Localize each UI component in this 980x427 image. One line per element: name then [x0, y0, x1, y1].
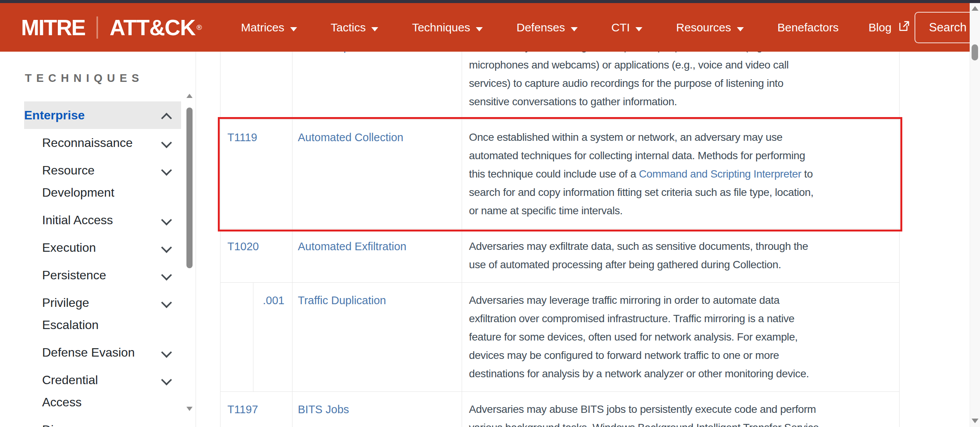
sidebar-item-persistence[interactable]: Persistence — [24, 261, 181, 289]
description-line: search for and copy information fitting … — [469, 183, 892, 202]
chevron-down-icon[interactable] — [161, 424, 172, 427]
technique-name-cell: Automated Exfiltration — [292, 229, 462, 283]
technique-id-link[interactable]: T1020 — [227, 240, 259, 253]
chevron-down-icon[interactable] — [161, 375, 172, 385]
registered-trademark-symbol: ® — [196, 23, 202, 32]
sidebar-item-execution[interactable]: Execution — [24, 234, 181, 261]
sidebar-item-defense-evasion[interactable]: Defense Evasion — [24, 339, 181, 366]
chevron-down-icon[interactable] — [161, 137, 172, 148]
description-line: destinations for analysis by a network a… — [469, 365, 892, 383]
sidebar-scrollbar[interactable] — [186, 94, 193, 416]
technique-id-cell: .001 — [253, 283, 292, 392]
sidebar-item-label: Persistence — [24, 264, 140, 286]
techniques-table: T1123Audio CaptureAn adversary can lever… — [220, 52, 900, 427]
sidebar-item-discovery[interactable]: Discovery — [24, 416, 181, 427]
table-row: T1123Audio CaptureAn adversary can lever… — [220, 52, 900, 120]
scrollbar-thumb[interactable] — [186, 108, 193, 268]
scroll-down-arrow-icon[interactable] — [972, 419, 978, 423]
technique-description: Adversaries may leverage traffic mirrori… — [462, 283, 900, 392]
description-line: use of automated processing after being … — [469, 256, 892, 274]
description-line: devices may be configured to forward net… — [469, 346, 892, 365]
technique-id-link[interactable]: T1123 — [227, 52, 258, 53]
nav-item-cti[interactable]: CTI — [595, 21, 659, 34]
scroll-up-arrow-icon[interactable] — [186, 94, 193, 98]
techniques-table-area: T1123Audio CaptureAn adversary can lever… — [196, 52, 970, 427]
nav-menu: MatricesTacticsTechniquesDefensesCTIReso… — [224, 21, 855, 34]
technique-id-cell: T1123 — [220, 52, 292, 120]
technique-id-link[interactable]: T1119 — [227, 131, 257, 143]
table-row-highlighted: T1119Automated CollectionOnce establishe… — [220, 120, 900, 229]
dropdown-caret-icon — [290, 27, 297, 31]
sidebar-item-resource-development[interactable]: Resource Development — [24, 156, 181, 206]
technique-name-cell: Automated Collection — [292, 120, 462, 229]
dropdown-caret-icon — [476, 27, 483, 31]
chevron-down-icon[interactable] — [161, 270, 172, 280]
nav-item-resources[interactable]: Resources — [659, 21, 760, 34]
nav-item-label: CTI — [611, 21, 630, 34]
subtechnique-indent-cell — [220, 283, 253, 392]
technique-id-cell: T1119 — [220, 120, 292, 229]
chevron-down-icon[interactable] — [161, 215, 172, 225]
site-logo[interactable]: MITRE ATT&CK ® — [21, 15, 202, 40]
dropdown-caret-icon — [635, 27, 642, 31]
scroll-up-arrow-icon[interactable] — [972, 6, 978, 11]
dropdown-caret-icon — [737, 27, 744, 31]
description-line: microphones and webcams) or applications… — [469, 56, 892, 74]
logo-divider — [96, 16, 98, 39]
table-row: T1020Automated ExfiltrationAdversaries m… — [220, 229, 900, 283]
mitre-logo-text: MITRE — [21, 15, 85, 40]
description-line: Adversaries may exfiltrate data, such as… — [469, 237, 892, 256]
technique-name-link[interactable]: BITS Jobs — [298, 403, 349, 416]
inline-technique-link[interactable]: Command and Scripting Interpreter — [639, 168, 801, 180]
page-scrollbar[interactable] — [970, 3, 980, 427]
technique-name-link[interactable]: Audio Capture — [298, 52, 369, 53]
sidebar-item-enterprise[interactable]: Enterprise — [24, 101, 181, 129]
main-navbar: MITRE ATT&CK ® MatricesTacticsTechniques… — [0, 3, 970, 52]
description-line: feature for some devices, often used for… — [469, 328, 892, 346]
nav-item-label: Benefactors — [777, 21, 839, 34]
nav-item-benefactors[interactable]: Benefactors — [761, 21, 856, 34]
scrollbar-thumb[interactable] — [972, 44, 978, 60]
blog-label: Blog — [869, 21, 892, 34]
technique-name-cell: BITS Jobs — [292, 392, 462, 427]
nav-item-label: Techniques — [412, 21, 470, 34]
nav-item-label: Resources — [676, 21, 731, 34]
technique-name-link[interactable]: Automated Exfiltration — [298, 240, 407, 253]
sidebar-item-label: Resource Development — [24, 159, 140, 204]
description-line: An adversary can leverage a computer's p… — [469, 52, 892, 56]
technique-id-link[interactable]: .001 — [263, 294, 284, 306]
chevron-down-icon[interactable] — [161, 165, 172, 176]
techniques-sidebar: TECHNIQUES EnterpriseReconnaissanceResou… — [0, 52, 196, 427]
technique-id-link[interactable]: T1197 — [227, 403, 258, 416]
description-line: this technique could include use of a Co… — [469, 165, 892, 183]
sidebar-item-label: Discovery — [24, 419, 140, 427]
sidebar-item-reconnaissance[interactable]: Reconnaissance — [24, 129, 181, 156]
technique-id-cell: T1197 — [220, 392, 292, 427]
description-line: services) to capture audio recordings fo… — [469, 74, 892, 93]
nav-item-tactics[interactable]: Tactics — [314, 21, 395, 34]
sidebar-item-credential-access[interactable]: Credential Access — [24, 366, 181, 416]
sidebar-item-privilege-escalation[interactable]: Privilege Escalation — [24, 289, 181, 339]
description-line: various background tasks. Windows Backgr… — [469, 419, 892, 427]
sidebar-item-initial-access[interactable]: Initial Access — [24, 206, 181, 234]
description-line: Once established within a system or netw… — [469, 128, 892, 147]
chevron-down-icon[interactable] — [161, 242, 172, 253]
description-line: automated techniques for collecting inte… — [469, 147, 892, 165]
dropdown-caret-icon — [371, 27, 378, 31]
nav-item-defenses[interactable]: Defenses — [500, 21, 595, 34]
chevron-up-icon[interactable] — [161, 113, 172, 124]
external-link-icon — [898, 20, 911, 35]
sidebar-item-label: Reconnaissance — [24, 132, 140, 154]
technique-name-link[interactable]: Traffic Duplication — [298, 294, 386, 306]
technique-name-link[interactable]: Automated Collection — [298, 131, 403, 143]
description-line: exfiltration over compromised infrastruc… — [469, 310, 892, 328]
nav-item-matrices[interactable]: Matrices — [224, 21, 314, 34]
scroll-down-arrow-icon[interactable] — [186, 407, 193, 411]
nav-item-blog[interactable]: Blog — [856, 20, 915, 35]
technique-description: Once established within a system or netw… — [462, 120, 900, 229]
chevron-down-icon[interactable] — [161, 347, 172, 358]
nav-item-techniques[interactable]: Techniques — [395, 21, 500, 34]
dropdown-caret-icon — [571, 27, 578, 31]
chevron-down-icon[interactable] — [161, 297, 172, 308]
nav-item-label: Tactics — [331, 21, 366, 34]
